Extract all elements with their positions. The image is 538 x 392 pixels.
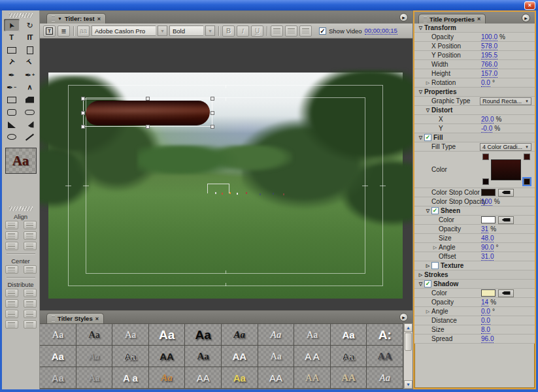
opacity-hot-value[interactable]: 14 [481, 299, 488, 306]
opacity-hot-value[interactable]: 100.0 [481, 33, 497, 41]
texture-checkbox[interactable] [431, 262, 439, 269]
scroll-thumb[interactable] [405, 333, 412, 351]
ellipse-tool-icon[interactable] [4, 131, 20, 143]
styles-panel-menu-button[interactable]: ▶ [399, 313, 408, 321]
style-swatch-23[interactable]: A a [112, 367, 149, 389]
scroll-up-button[interactable]: ▲ [404, 323, 412, 332]
tab-titler-close-icon[interactable]: × [97, 16, 101, 22]
style-swatch-2[interactable]: Aa [76, 324, 113, 346]
rotation-tool-icon[interactable]: ↻ [22, 19, 38, 31]
selection-tool-icon[interactable]: ➤ [4, 19, 20, 31]
disclosure-closed-icon[interactable]: ▷ [424, 80, 431, 85]
selection-handle-top-middle[interactable] [146, 97, 150, 101]
rounded-corner-rectangle-tool-icon[interactable] [4, 106, 20, 118]
x-hot-value[interactable]: 20.0 [481, 116, 494, 123]
distribute-horizontal-even-button[interactable] [5, 320, 18, 329]
style-swatch-17[interactable]: Aa [258, 346, 295, 367]
style-swatch-19[interactable]: Aa [331, 346, 367, 367]
disclosure-open-icon[interactable]: ▽ [417, 135, 424, 140]
distribute-vertical-center-button[interactable] [24, 299, 37, 308]
fill-checkbox[interactable]: ✓ [424, 134, 431, 141]
disclosure-closed-icon[interactable]: ▷ [424, 263, 431, 268]
style-swatch-16[interactable]: AA [222, 346, 258, 367]
style-swatch-28[interactable]: AA [294, 367, 331, 389]
disclosure-open-icon[interactable]: ▽ [417, 25, 424, 30]
style-swatch-10[interactable]: A: [367, 324, 403, 346]
distribute-vertical-bottom-button[interactable] [24, 310, 37, 318]
distribute-horizontal-left-button[interactable] [5, 289, 18, 297]
font-style-select[interactable]: Bold [169, 25, 203, 36]
x-position-hot-value[interactable]: 578.0 [481, 42, 497, 50]
align-vertical-top-button[interactable] [24, 221, 37, 229]
tab-titler[interactable]: ▼ Titler: test × [46, 13, 106, 24]
width-hot-value[interactable]: 766.0 [481, 61, 497, 69]
shape-selection-bounds[interactable] [83, 99, 212, 127]
round-rectangle-tool-icon[interactable] [22, 106, 38, 118]
disclosure-open-icon[interactable]: ▽ [424, 208, 431, 213]
vertical-type-tool-icon[interactable]: IT [22, 31, 38, 44]
show-video-checkbox[interactable]: ✓ [319, 27, 326, 35]
selection-handle-top-right[interactable] [210, 97, 214, 101]
selection-handle-bottom-middle[interactable] [146, 125, 150, 129]
align-vertical-center-button[interactable] [24, 231, 37, 240]
graphic-type-dropdown[interactable]: Round Recta...▼ [480, 97, 531, 105]
type-tool-icon[interactable]: T [4, 31, 20, 44]
distance-hot-value[interactable]: 0.0 [481, 317, 490, 325]
disclosure-open-icon[interactable]: ▽ [417, 282, 424, 286]
style-swatch-11[interactable]: Aa [40, 346, 76, 367]
style-swatch-8[interactable]: Aa [294, 324, 331, 346]
gradient-stop-1[interactable] [482, 154, 489, 160]
sheen-checkbox[interactable]: ✓ [431, 207, 439, 214]
rotation-hot-value[interactable]: 0.0 [481, 79, 490, 87]
selection-handle-middle-right[interactable] [210, 111, 214, 115]
disclosure-open-icon[interactable]: ▽ [424, 108, 431, 112]
style-swatch-26[interactable]: Aa [222, 367, 258, 389]
style-swatch-20[interactable]: AA [367, 346, 403, 367]
selection-handle-bottom-left[interactable] [81, 125, 85, 129]
align-text-right-button[interactable] [299, 25, 312, 37]
pen-tool-icon[interactable]: ✒ [4, 69, 20, 81]
style-swatch-29[interactable]: AA [331, 367, 367, 389]
disclosure-open-icon[interactable]: ▽ [417, 90, 424, 94]
wedge-tool-icon[interactable] [4, 118, 20, 131]
height-hot-value[interactable]: 157.0 [481, 70, 497, 78]
line-tool-icon[interactable] [22, 131, 38, 143]
styles-scrollbar[interactable]: ▲ ▼ [403, 323, 412, 389]
rectangle-tool-icon[interactable] [4, 93, 20, 106]
align-text-center-button[interactable] [285, 25, 297, 37]
tab-titler-styles-close-icon[interactable]: × [95, 316, 99, 322]
gradient-rectangle[interactable] [491, 159, 521, 180]
center-vertical-button[interactable] [24, 265, 37, 274]
timecode-hot-text[interactable]: 00;00;00;15 [365, 27, 397, 35]
distribute-horizontal-center-button[interactable] [5, 299, 18, 308]
color-color-swatch[interactable] [481, 289, 496, 297]
gradient-stop-4[interactable] [524, 178, 530, 185]
style-swatch-30[interactable]: Aa [367, 367, 403, 389]
shadow-checkbox[interactable]: ✓ [424, 280, 431, 287]
style-swatch-1[interactable]: Aa [40, 324, 76, 346]
align-horizontal-left-button[interactable] [5, 221, 18, 229]
clipped-corner-rectangle-tool-icon[interactable] [22, 93, 38, 106]
style-swatch-18[interactable]: A A [294, 346, 331, 367]
style-swatch-13[interactable]: Aa [112, 346, 149, 367]
style-swatch-12[interactable]: Aa [76, 346, 113, 367]
distribute-horizontal-right-button[interactable] [5, 310, 18, 318]
selection-handle-middle-left[interactable] [81, 111, 85, 115]
disclosure-closed-icon[interactable]: ▷ [417, 272, 424, 277]
center-horizontal-button[interactable] [5, 265, 18, 274]
opacity-hot-value[interactable]: 31 [481, 225, 488, 233]
tab-title-properties[interactable]: Title Properties × [418, 14, 486, 24]
angle-hot-value[interactable]: 90.0 [481, 244, 494, 252]
tab-title-properties-close-icon[interactable]: × [477, 16, 480, 22]
title-design-canvas[interactable] [40, 39, 412, 310]
font-family-select[interactable]: Adobe Caslon Pro [92, 25, 156, 36]
color-eyedropper-button[interactable] [498, 289, 514, 297]
style-swatch-7[interactable]: Aa [258, 324, 295, 346]
style-swatch-5[interactable]: Aa [185, 324, 222, 346]
style-swatch-22[interactable]: Aa [76, 367, 113, 389]
disclosure-closed-icon[interactable]: ▷ [424, 309, 431, 314]
style-swatch-4[interactable]: Aa [149, 324, 186, 346]
align-text-left-button[interactable] [271, 25, 283, 37]
kerning-button[interactable]: aa [77, 25, 90, 37]
gradient-stop-2[interactable] [524, 154, 530, 160]
